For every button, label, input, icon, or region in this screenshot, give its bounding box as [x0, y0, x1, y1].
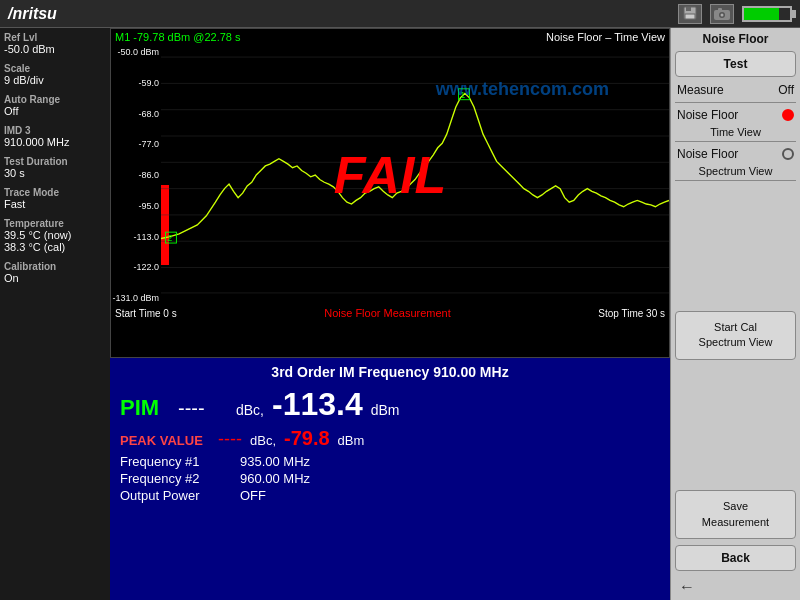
separator-1	[675, 102, 796, 103]
scale-value: 9 dB/div	[4, 74, 106, 86]
start-cal-line2: Spectrum View	[680, 335, 791, 350]
test-duration-param: Test Duration 30 s	[4, 156, 106, 179]
noise-floor-section-title: Noise Floor	[671, 32, 800, 46]
measure-value: Off	[778, 83, 794, 97]
camera-icon[interactable]	[710, 4, 734, 24]
svg-rect-2	[685, 14, 695, 19]
y-label-4: -86.0	[111, 170, 161, 180]
noise-floor-radio2-row[interactable]: Noise Floor	[671, 144, 800, 164]
app-logo: /nritsu	[8, 5, 57, 23]
peak-label: PEAK VALUE	[120, 433, 210, 448]
chart-container: M1 -79.78 dBm @22.78 s Noise Floor – Tim…	[110, 28, 670, 358]
svg-text:2: 2	[167, 233, 172, 243]
calibration-label: Calibration	[4, 261, 106, 272]
y-label-1: -59.0	[111, 78, 161, 88]
stop-time-label: Stop Time 30 s	[598, 308, 665, 319]
freq2-value: 960.00 MHz	[240, 471, 310, 486]
start-time-label: Start Time 0 s	[115, 308, 177, 319]
time-view-label: Time View	[671, 125, 800, 139]
trace-mode-label: Trace Mode	[4, 187, 106, 198]
svg-rect-6	[718, 8, 722, 11]
output-label: Output Power	[120, 488, 220, 503]
separator-2	[675, 141, 796, 142]
chart-header: M1 -79.78 dBm @22.78 s Noise Floor – Tim…	[111, 29, 669, 45]
scale-param: Scale 9 dB/div	[4, 63, 106, 86]
save-measurement-button[interactable]: Save Measurement	[675, 490, 796, 539]
y-label-7: -122.0	[111, 262, 161, 272]
spacer-1	[671, 183, 800, 308]
y-label-5: -95.0	[111, 201, 161, 211]
pim-row: PIM ---- dBc, -113.4 dBm	[120, 386, 660, 423]
battery-fill	[744, 8, 779, 20]
freq2-row: Frequency #2 960.00 MHz	[120, 471, 660, 486]
battery-tip	[792, 10, 796, 18]
scale-label: Scale	[4, 63, 106, 74]
main-layout: Ref Lvl -50.0 dBm Scale 9 dB/div Auto Ra…	[0, 28, 800, 600]
back-arrow: ←	[671, 574, 800, 600]
temperature-param: Temperature 39.5 °C (now) 38.3 °C (cal)	[4, 218, 106, 253]
test-duration-label: Test Duration	[4, 156, 106, 167]
peak-row: PEAK VALUE ---- dBc, -79.8 dBm	[120, 427, 660, 450]
back-button[interactable]: Back	[675, 545, 796, 571]
center-area: M1 -79.78 dBm @22.78 s Noise Floor – Tim…	[110, 28, 670, 600]
y-label-0: -50.0 dBm	[111, 47, 161, 57]
auto-range-value: Off	[4, 105, 106, 117]
m1-marker-label: M1 -79.78 dBm @22.78 s	[115, 31, 241, 43]
calibration-param: Calibration On	[4, 261, 106, 284]
output-value: OFF	[240, 488, 266, 503]
y-label-2: -68.0	[111, 109, 161, 119]
noise-floor-radio1-filled[interactable]	[782, 109, 794, 121]
peak-dbm-value: -79.8	[284, 427, 330, 450]
temperature-value1: 39.5 °C (now)	[4, 229, 106, 241]
peak-dbm-unit: dBm	[338, 433, 365, 448]
auto-range-param: Auto Range Off	[4, 94, 106, 117]
y-label-8: -131.0 dBm	[111, 293, 161, 303]
data-panel: 3rd Order IM Frequency 910.00 MHz PIM --…	[110, 358, 670, 600]
top-icons	[678, 4, 792, 24]
save-line1: Save	[680, 499, 791, 514]
svg-rect-1	[686, 7, 691, 11]
start-cal-spectrum-view-button[interactable]: Start Cal Spectrum View	[675, 311, 796, 360]
y-axis-labels: -50.0 dBm -59.0 -68.0 -77.0 -86.0 -95.0 …	[111, 45, 161, 305]
frequency-title: 3rd Order IM Frequency 910.00 MHz	[120, 364, 660, 380]
peak-dbc-unit: dBc,	[250, 433, 276, 448]
save-line2: Measurement	[680, 515, 791, 530]
pim-label: PIM	[120, 395, 170, 421]
test-button[interactable]: Test	[675, 51, 796, 77]
pim-dbc-unit: dBc,	[236, 402, 264, 418]
right-panel: Noise Floor Test Measure Off Noise Floor…	[670, 28, 800, 600]
noise-floor-radio2-empty[interactable]	[782, 148, 794, 160]
temperature-value2: 38.3 °C (cal)	[4, 241, 106, 253]
imd3-label: IMD 3	[4, 125, 106, 136]
freq2-label: Frequency #2	[120, 471, 220, 486]
output-row: Output Power OFF	[120, 488, 660, 503]
battery-indicator	[742, 6, 792, 22]
analyzer-title: Noise Floor – Time View	[546, 31, 665, 43]
pim-dbm-value: -113.4	[272, 386, 363, 423]
freq1-row: Frequency #1 935.00 MHz	[120, 454, 660, 469]
svg-text:1: 1	[460, 90, 465, 100]
chart-area: -50.0 dBm -59.0 -68.0 -77.0 -86.0 -95.0 …	[111, 45, 669, 305]
chart-footer: Start Time 0 s Noise Floor Measurement S…	[111, 305, 669, 321]
auto-range-label: Auto Range	[4, 94, 106, 105]
top-bar: /nritsu	[0, 0, 800, 28]
spacer-2	[671, 363, 800, 488]
freq1-value: 935.00 MHz	[240, 454, 310, 469]
spectrum-chart: 2 1	[161, 45, 669, 305]
y-label-6: -113.0	[111, 232, 161, 242]
pim-dbm-unit: dBm	[371, 402, 400, 418]
y-label-3: -77.0	[111, 139, 161, 149]
ref-lvl-param: Ref Lvl -50.0 dBm	[4, 32, 106, 55]
imd3-value: 910.000 MHz	[4, 136, 106, 148]
noise-floor-radio1-row[interactable]: Noise Floor	[671, 105, 800, 125]
pim-dbc-dashes: ----	[178, 397, 228, 420]
trace-mode-value: Fast	[4, 198, 106, 210]
noise-floor-label: Noise Floor Measurement	[324, 307, 451, 319]
separator-3	[675, 180, 796, 181]
measure-row: Measure Off	[671, 80, 800, 100]
noise-floor-radio1-label: Noise Floor	[677, 108, 738, 122]
save-icon[interactable]	[678, 4, 702, 24]
calibration-value: On	[4, 272, 106, 284]
ref-lvl-value: -50.0 dBm	[4, 43, 106, 55]
trace-mode-param: Trace Mode Fast	[4, 187, 106, 210]
